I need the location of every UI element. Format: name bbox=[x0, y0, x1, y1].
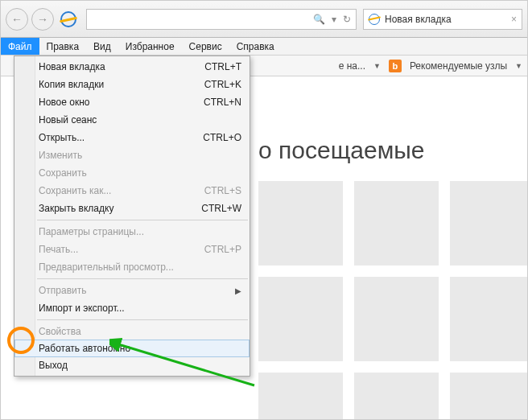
menu-item-label: Изменить bbox=[39, 150, 82, 161]
menu-item-label: Свойства bbox=[39, 326, 81, 337]
file-menu-dropdown: Новая вкладкаCTRL+TКопия вкладкиCTRL+KНо… bbox=[14, 56, 250, 377]
menu-item-label: Новая вкладка bbox=[39, 61, 105, 72]
address-bar[interactable]: 🔍 ▾ ↻ bbox=[86, 9, 357, 30]
tile[interactable] bbox=[450, 277, 528, 361]
tile[interactable] bbox=[450, 181, 528, 266]
menu-item[interactable]: Выход bbox=[14, 356, 250, 374]
menu-item-label: Сохранить как... bbox=[39, 185, 111, 196]
menu-item-label: Печать... bbox=[39, 244, 78, 255]
menu-item-label: Закрыть вкладку bbox=[39, 203, 113, 214]
menu-item-label: Параметры страницы... bbox=[39, 226, 144, 237]
menu-item[interactable]: Новый сеанс bbox=[14, 111, 250, 129]
menu-item[interactable]: Копия вкладкиCTRL+K bbox=[14, 76, 250, 93]
menu-item-shortcut: CTRL+W bbox=[201, 203, 241, 214]
menu-item-shortcut: CTRL+S bbox=[204, 185, 241, 196]
menu-item-label: Новый сеанс bbox=[39, 114, 97, 126]
browser-tab[interactable]: Новая вкладка × bbox=[363, 9, 522, 30]
search-icon: 🔍 bbox=[313, 14, 325, 25]
menu-separator bbox=[37, 220, 248, 220]
bing-icon: b bbox=[389, 60, 402, 72]
dropdown-icon[interactable]: ▾ bbox=[332, 14, 336, 25]
menu-item: Предварительный просмотр... bbox=[14, 258, 250, 276]
menu-item-label: Отправить bbox=[39, 285, 87, 296]
menu-item-shortcut: CTRL+O bbox=[203, 132, 241, 143]
menu-item: Свойства bbox=[14, 323, 250, 340]
refresh-icon[interactable]: ↻ bbox=[343, 14, 351, 25]
recommended-sites[interactable]: Рекомендуемые узлы bbox=[410, 60, 507, 72]
arrow-left-icon: ← bbox=[11, 13, 23, 26]
menu-item[interactable]: Новая вкладкаCTRL+T bbox=[14, 58, 250, 76]
chevron-down-icon[interactable]: ▼ bbox=[515, 62, 522, 70]
forward-button[interactable]: → bbox=[31, 8, 54, 31]
menu-item-label: Выход bbox=[39, 360, 68, 371]
menu-item[interactable]: Открыть...CTRL+O bbox=[14, 129, 250, 146]
tile[interactable] bbox=[354, 181, 439, 266]
menu-favorites[interactable]: Избранное bbox=[118, 38, 182, 55]
menu-item[interactable]: Импорт и экспорт... bbox=[14, 299, 250, 317]
menubar: Файл Правка Вид Избранное Сервис Справка bbox=[1, 38, 527, 56]
close-icon[interactable]: × bbox=[511, 14, 517, 25]
menu-item-label: Сохранить bbox=[39, 167, 87, 179]
menu-separator bbox=[37, 278, 248, 279]
menu-item: Сохранить bbox=[14, 164, 250, 182]
arrow-right-icon: → bbox=[37, 13, 48, 26]
submenu-arrow-icon: ▶ bbox=[235, 286, 241, 295]
menu-item: Параметры страницы... bbox=[14, 223, 250, 241]
menu-file[interactable]: Файл bbox=[1, 38, 39, 55]
menu-item-shortcut: CTRL+N bbox=[204, 97, 241, 108]
menu-view[interactable]: Вид bbox=[86, 38, 118, 55]
frequent-tiles bbox=[258, 181, 528, 420]
chevron-down-icon[interactable]: ▼ bbox=[373, 62, 381, 70]
menu-item-label: Работать автономно bbox=[39, 343, 130, 354]
page-title: о посещаемые bbox=[258, 137, 425, 164]
tile[interactable] bbox=[258, 373, 343, 420]
tab-title: Новая вкладка bbox=[385, 14, 452, 25]
menu-item: Печать...CTRL+P bbox=[14, 241, 250, 258]
menu-separator bbox=[37, 319, 248, 320]
menu-item: Изменить bbox=[14, 146, 250, 164]
ie-logo-icon bbox=[60, 11, 76, 27]
tile[interactable] bbox=[450, 373, 528, 420]
menu-help[interactable]: Справка bbox=[229, 38, 282, 55]
menu-item-label: Новое окно bbox=[39, 97, 90, 108]
menu-tools[interactable]: Сервис bbox=[182, 38, 229, 55]
menu-edit[interactable]: Правка bbox=[39, 38, 87, 55]
tile[interactable] bbox=[258, 181, 343, 266]
tile[interactable] bbox=[354, 373, 439, 420]
menu-item: Отправить▶ bbox=[14, 282, 250, 299]
menu-item[interactable]: Работать автономно bbox=[14, 340, 250, 357]
menu-item-label: Открыть... bbox=[39, 132, 85, 143]
ie-tab-icon bbox=[369, 14, 380, 25]
menu-item: Сохранить как...CTRL+S bbox=[14, 182, 250, 200]
menu-item[interactable]: Закрыть вкладкуCTRL+W bbox=[14, 200, 250, 217]
menu-item-label: Импорт и экспорт... bbox=[39, 303, 125, 314]
menu-item-shortcut: CTRL+P bbox=[204, 244, 241, 255]
titlebar: ← → 🔍 ▾ ↻ Новая вкладка × bbox=[1, 1, 527, 38]
back-button[interactable]: ← bbox=[6, 8, 28, 31]
menu-item-label: Копия вкладки bbox=[39, 79, 104, 90]
menu-item-label: Предварительный просмотр... bbox=[39, 261, 174, 273]
menu-item-shortcut: CTRL+T bbox=[204, 61, 241, 72]
tile[interactable] bbox=[354, 277, 439, 361]
tile[interactable] bbox=[258, 277, 343, 361]
menu-item[interactable]: Новое окноCTRL+N bbox=[14, 93, 250, 111]
menu-item-shortcut: CTRL+K bbox=[204, 79, 241, 90]
suggested-sites-fragment[interactable]: е на... bbox=[339, 60, 365, 72]
